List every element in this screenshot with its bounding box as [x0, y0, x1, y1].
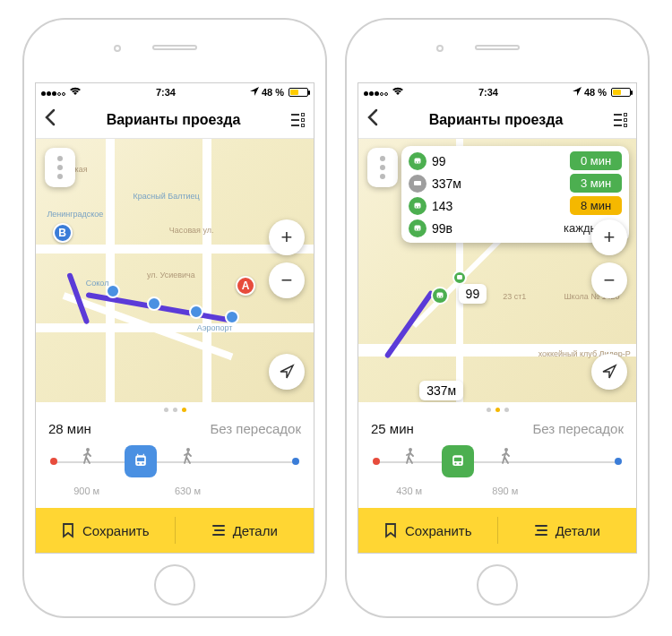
end-dot — [292, 458, 299, 465]
svg-rect-24 — [454, 458, 461, 461]
walk-leg: 630 м — [175, 447, 201, 496]
start-dot — [373, 458, 380, 465]
arrival-row[interactable]: 99 0 мин — [409, 151, 622, 170]
svg-rect-6 — [457, 275, 462, 279]
locate-button[interactable] — [269, 354, 305, 390]
svg-point-11 — [416, 161, 418, 163]
save-button[interactable]: Сохранить — [36, 508, 175, 553]
walk-distance: 890 м — [492, 486, 518, 496]
action-bar: Сохранить Детали — [36, 508, 314, 553]
save-label: Сохранить — [405, 523, 472, 538]
bus-stop-icon — [189, 305, 203, 319]
svg-rect-13 — [414, 181, 421, 185]
battery-icon — [611, 88, 631, 97]
locate-button[interactable] — [591, 354, 627, 390]
route-label[interactable]: 99 — [459, 284, 487, 304]
bus-stop-icon — [452, 271, 467, 285]
start-dot — [50, 458, 57, 465]
back-button[interactable] — [367, 108, 378, 132]
route-summary: 28 мин Без пересадок — [36, 417, 314, 443]
route-number: 99в — [432, 221, 452, 236]
signal-icon — [41, 87, 66, 98]
map-label: 23 ст1 — [503, 292, 526, 301]
signal-icon — [364, 87, 389, 98]
route-number: 143 — [432, 199, 452, 213]
route-number: 337м — [432, 176, 461, 191]
route-number: 99 — [466, 287, 480, 301]
walk-icon — [396, 447, 422, 469]
map-label: Красный Балтиец — [134, 192, 200, 201]
map-label: Аэропорт — [197, 323, 233, 332]
map-label: Часовая ул. — [169, 226, 214, 235]
navbar: Варианты проезда — [36, 101, 314, 139]
status-time: 7:34 — [156, 87, 176, 98]
list-icon — [211, 524, 226, 537]
traffic-button[interactable] — [367, 148, 398, 187]
arrival-row[interactable]: 143 8 мин — [409, 196, 622, 215]
map-label: Ленинградское — [47, 210, 103, 219]
options-button[interactable] — [291, 113, 305, 127]
map-label: Сокол — [86, 279, 109, 288]
back-button[interactable] — [45, 108, 56, 132]
bus-icon — [409, 197, 426, 215]
wifi-icon — [392, 86, 404, 99]
details-label: Детали — [556, 523, 600, 538]
walk-icon — [73, 447, 99, 469]
map[interactable]: Школа № 1420 хоккейный клуб Лидер-Р 23 с… — [358, 139, 636, 402]
route-legs: 430 м 890 м — [358, 443, 636, 508]
distance-label: 337м — [419, 381, 463, 400]
eta-badge: 8 мин — [570, 196, 622, 215]
page-indicator — [36, 402, 314, 417]
transit-leg[interactable] — [125, 445, 157, 477]
walk-icon — [175, 447, 201, 469]
battery-pct: 48 % — [584, 87, 607, 98]
bus-stop-icon[interactable] — [431, 287, 449, 305]
status-time: 7:34 — [478, 87, 498, 98]
save-button[interactable]: Сохранить — [358, 508, 497, 553]
navbar: Варианты проезда — [358, 101, 636, 139]
zoom-out-button[interactable]: − — [591, 262, 627, 298]
walk-icon — [492, 447, 518, 469]
walk-distance: 900 м — [73, 486, 99, 496]
arrival-row[interactable]: 99в каждые 9 — [409, 219, 622, 237]
marker-b[interactable]: B — [53, 223, 73, 243]
action-bar: Сохранить Детали — [358, 508, 636, 553]
route-summary: 25 мин Без пересадок — [358, 417, 636, 443]
svg-point-21 — [418, 228, 420, 230]
traffic-button[interactable] — [45, 148, 75, 187]
home-button[interactable] — [154, 564, 195, 606]
svg-point-14 — [415, 185, 417, 186]
route-number: 99 — [432, 154, 446, 168]
phone-camera — [436, 45, 444, 52]
location-icon — [250, 87, 259, 98]
phone-left: 7:34 48 % Варианты проезда — [22, 18, 327, 618]
page-indicator — [358, 402, 636, 417]
bookmark-icon — [61, 522, 75, 538]
marker-a[interactable]: A — [236, 276, 255, 296]
arrival-row[interactable]: 337м 3 мин — [409, 174, 622, 193]
svg-rect-2 — [136, 458, 143, 461]
zoom-out-button[interactable]: − — [269, 262, 305, 298]
options-button[interactable] — [614, 113, 627, 127]
phone-speaker — [475, 45, 520, 50]
battery-icon — [289, 88, 308, 97]
svg-point-15 — [418, 185, 420, 186]
screen-left: 7:34 48 % Варианты проезда — [35, 82, 314, 554]
zoom-in-button[interactable]: + — [591, 219, 627, 255]
transfers-label: Без пересадок — [210, 421, 301, 436]
details-button[interactable]: Детали — [498, 508, 637, 553]
svg-point-20 — [416, 228, 418, 230]
details-button[interactable]: Детали — [176, 508, 314, 553]
phone-speaker — [152, 45, 197, 50]
home-button[interactable] — [477, 564, 518, 606]
walk-leg: 890 м — [492, 447, 518, 496]
svg-point-12 — [418, 161, 420, 163]
svg-point-25 — [454, 462, 456, 464]
map[interactable]: Красный Балтиец Войковская Ленинградское… — [36, 139, 314, 402]
eta-badge: 3 мин — [570, 174, 622, 193]
transit-leg[interactable] — [442, 445, 474, 477]
svg-rect-7 — [436, 292, 443, 297]
duration-label: 28 мин — [48, 421, 91, 436]
zoom-in-button[interactable]: + — [269, 219, 305, 255]
page-title: Варианты проезда — [429, 112, 564, 128]
